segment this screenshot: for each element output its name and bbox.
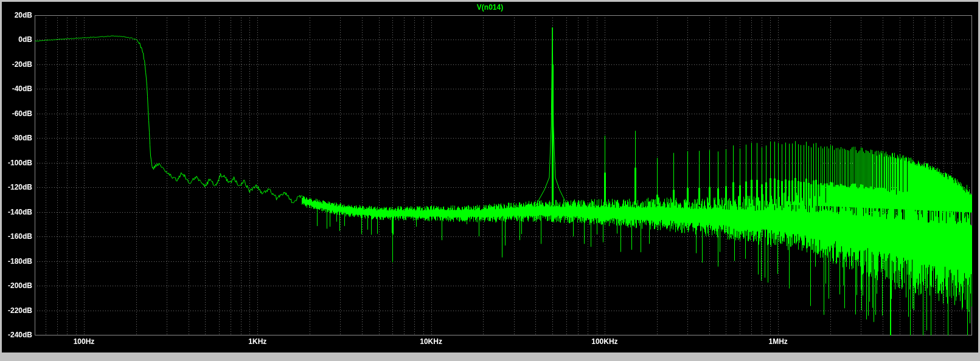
y-tick-label: -100dB [2, 159, 32, 167]
y-tick-label: -120dB [2, 183, 32, 191]
y-tick-label: -240dB [2, 331, 32, 339]
ltspice-fft-window: { "colors": { "outer_frame": "#c0c0c0", … [0, 0, 980, 361]
window-bottom-frame [0, 352, 980, 361]
x-tick-label: 1KHz [248, 337, 266, 346]
x-tick-label: 1MHz [769, 337, 788, 346]
y-tick-label: -40dB [2, 84, 32, 93]
y-tick-label: 0dB [2, 35, 32, 44]
y-tick-label: -160dB [2, 232, 32, 241]
x-tick-label: 10KHz [420, 337, 442, 346]
plot-canvas[interactable] [2, 2, 978, 352]
trace-title-label[interactable]: V(n014) [2, 3, 978, 12]
y-tick-label: -20dB [2, 60, 32, 69]
y-tick-label: -140dB [2, 208, 32, 216]
y-tick-label: -200dB [2, 281, 32, 290]
y-tick-label: -180dB [2, 257, 32, 266]
y-tick-label: 20dB [2, 11, 32, 19]
x-tick-label: 100Hz [74, 337, 95, 346]
y-tick-label: -60dB [2, 109, 32, 118]
y-tick-label: -80dB [2, 134, 32, 142]
plot-pane: V(n014) 20dB0dB-20dB-40dB-60dB-80dB-100d… [2, 2, 978, 352]
x-tick-label: 100KHz [591, 337, 617, 346]
y-tick-label: -220dB [2, 306, 32, 315]
